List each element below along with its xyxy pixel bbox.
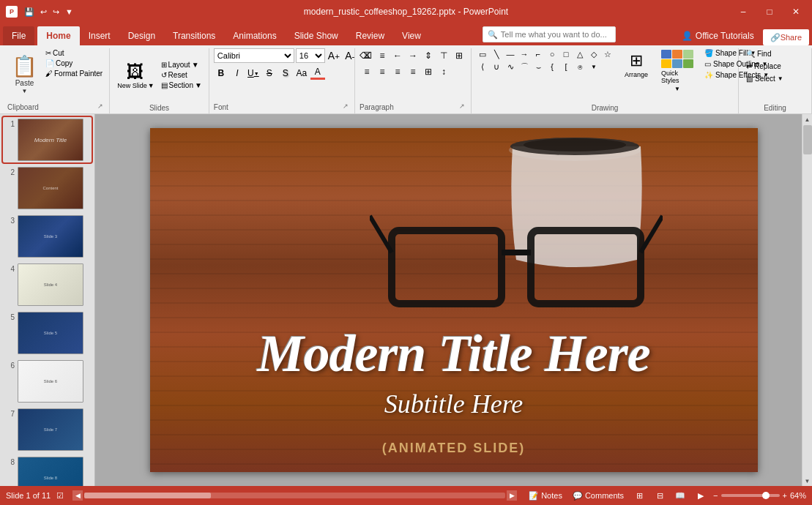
justify-button[interactable]: ≡ [406,64,420,79]
notes-button[interactable]: 📝 Notes [526,490,565,502]
shape-oval[interactable]: ○ [545,48,559,60]
shape-diagonal-line[interactable]: ╲ [490,48,503,60]
cut-button[interactable]: ✂ Cut [43,48,105,58]
shape-freeform[interactable]: ∿ [504,61,517,72]
replace-button[interactable]: ⇄ Replace [743,61,784,72]
vertical-scrollbar[interactable]: ▲ ▼ [802,114,812,486]
shadow-button[interactable]: S [278,66,293,81]
shape-bracket[interactable]: [ [559,61,573,72]
bullets-button[interactable]: ≡ [360,48,374,63]
numbered-list-button[interactable]: ≡ [375,48,390,63]
right-align-button[interactable]: ≡ [390,64,405,79]
bold-button[interactable]: B [214,66,228,81]
shape-diamond[interactable]: ◇ [587,48,600,60]
slide-thumb-1[interactable]: 1 Modern Title [3,117,92,162]
customize-qat-button[interactable]: ▼ [63,6,75,18]
shape-arrow[interactable]: → [518,48,531,60]
reset-button[interactable]: ↺ Reset [159,70,204,80]
canvas-area[interactable]: Modern Title Here Subtitle Here (ANIMATE… [95,114,812,486]
slide-canvas[interactable]: Modern Title Here Subtitle Here (ANIMATE… [150,128,758,472]
align-text-button[interactable]: ⊤ [436,48,451,63]
reading-view-button[interactable]: 📖 [672,489,688,502]
h-scroll-thumb[interactable] [84,493,211,498]
select-button[interactable]: ▧ Select ▼ [743,73,786,84]
copy-button[interactable]: 📄 Copy [43,59,105,68]
horizontal-scrollbar[interactable] [84,493,505,498]
normal-view-button[interactable]: ⊞ [631,489,647,502]
scroll-up-button[interactable]: ▲ [802,114,813,124]
tell-me-input[interactable] [501,30,611,39]
slideshow-view-button[interactable]: ▶ [693,489,709,502]
format-painter-button[interactable]: 🖌 Format Painter [43,69,105,78]
share-button[interactable]: 🔗 Share [763,29,809,45]
shape-connector[interactable]: ⌐ [532,48,545,60]
tab-file[interactable]: File [3,26,34,45]
shape-triangle[interactable]: △ [573,48,586,60]
tab-insert[interactable]: Insert [80,26,119,45]
redo-button[interactable]: ↪ [51,6,62,18]
shape-star[interactable]: ☆ [601,48,614,60]
shape-bend[interactable]: ⌒ [518,61,531,72]
zoom-in-button[interactable]: + [783,491,787,500]
more-shapes-button[interactable]: ▼ [587,61,600,72]
find-button[interactable]: 🔍 Find [743,48,774,59]
shape-brace[interactable]: { [545,61,559,72]
change-case-button[interactable]: Aa [294,66,309,81]
center-align-button[interactable]: ≡ [375,64,390,79]
slide-thumb-4[interactable]: 4 Slide 4 [3,262,92,307]
strikethrough-button[interactable]: S [262,66,277,81]
layout-button[interactable]: ⊞ Layout ▼ [159,60,204,70]
office-tutorials-tab[interactable]: 👤 Office Tutorials [673,26,763,45]
section-button[interactable]: ▤ Section ▼ [159,81,204,90]
shape-line[interactable]: ― [504,48,517,60]
tab-animations[interactable]: Animations [224,26,285,45]
paragraph-dialog-launcher[interactable]: ↗ [458,102,466,111]
scroll-track[interactable] [802,124,813,476]
tell-me-bar[interactable]: 🔍 [483,26,616,42]
arrange-button[interactable]: ⊞ Arrange [620,48,652,81]
shape-rectangle[interactable]: ▭ [476,48,489,60]
slide-thumb-6[interactable]: 6 Slide 6 [3,359,92,404]
slide-thumb-8[interactable]: 8 Slide 8 [3,455,92,486]
shape-flowchart[interactable]: ⟨ [476,61,489,72]
tab-review[interactable]: Review [347,26,393,45]
tab-slideshow[interactable]: Slide Show [286,26,347,45]
zoom-thumb[interactable] [762,492,770,499]
slide-right-button[interactable]: ▶ [507,490,517,501]
font-color-button[interactable]: A [310,66,325,81]
new-slide-button[interactable]: 🖼 New Slide ▼ [114,60,157,91]
shape-callout[interactable]: ⍟ [573,61,586,72]
slide-left-button[interactable]: ◀ [72,490,83,501]
comments-button[interactable]: 💬 Comments [570,490,627,502]
font-name-select[interactable]: Calibri [214,48,294,63]
close-button[interactable]: ✕ [786,4,806,20]
save-button[interactable]: 💾 [22,6,37,18]
shape-square[interactable]: □ [559,48,573,60]
left-align-button[interactable]: ≡ [360,64,374,79]
slide-thumb-3[interactable]: 3 Slide 3 [3,214,92,259]
tab-transitions[interactable]: Transitions [164,26,224,45]
text-direction-button[interactable]: ⇕ [421,48,436,63]
shape-wave[interactable]: ⌣ [532,61,545,72]
quick-styles-button[interactable]: Quick Styles ▼ [658,48,696,94]
underline-button[interactable]: U▼ [246,66,261,81]
slide-sorter-button[interactable]: ⊟ [652,489,668,502]
italic-button[interactable]: I [230,66,245,81]
scroll-thumb[interactable] [803,125,812,154]
slide-thumb-2[interactable]: 2 Content [3,165,92,211]
undo-button[interactable]: ↩ [38,6,49,18]
increase-indent-button[interactable]: → [406,48,420,63]
font-dialog-launcher[interactable]: ↗ [341,102,350,111]
columns-button[interactable]: ⊞ [421,64,436,79]
minimize-button[interactable]: – [733,4,753,20]
tab-view[interactable]: View [393,26,430,45]
zoom-slider[interactable] [721,494,780,497]
convert-smartart-button[interactable]: ⊞ [452,48,466,63]
tab-home[interactable]: Home [37,26,79,45]
decrease-indent-button[interactable]: ← [390,48,405,63]
increase-font-size-button[interactable]: A+ [327,48,341,63]
slide-thumb-7[interactable]: 7 Slide 7 [3,407,92,452]
clipboard-dialog-launcher[interactable]: ↗ [96,102,105,111]
paste-button[interactable]: 📋 Paste ▼ [7,48,42,100]
tab-design[interactable]: Design [119,26,164,45]
